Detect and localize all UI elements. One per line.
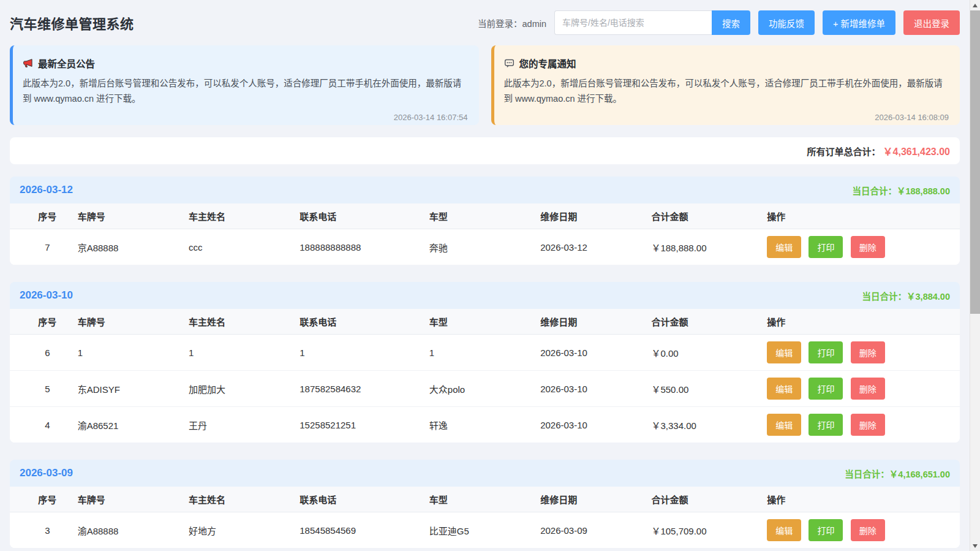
column-header: 联系电话 — [300, 493, 429, 506]
cell-seq: 7 — [22, 242, 78, 253]
column-header: 车型 — [429, 493, 540, 506]
table-body: 6 1 1 1 1 2026-03-10 ￥0.00 编辑 打印 删除 5 东A… — [10, 335, 960, 443]
delete-button[interactable]: 删除 — [851, 236, 885, 258]
table-row: 6 1 1 1 1 2026-03-10 ￥0.00 编辑 打印 删除 — [10, 335, 960, 371]
day-header: 2026-03-12 当日合计：￥188,888.00 — [10, 177, 960, 203]
current-login: 当前登录：admin — [478, 17, 546, 29]
daily-total: 当日合计：￥3,884.00 — [862, 289, 950, 302]
announcement-timestamp: 2026-03-14 16:07:54 — [23, 113, 468, 122]
daily-total: 当日合计：￥188,888.00 — [852, 184, 950, 197]
scroll-down-arrow-icon[interactable] — [970, 541, 980, 551]
column-header: 序号 — [22, 315, 78, 328]
cell-actions: 编辑 打印 删除 — [767, 341, 948, 363]
table-row: 7 京A88888 ccc 188888888888 奔驰 2026-03-12… — [10, 229, 960, 265]
current-login-label: 当前登录： — [478, 19, 522, 29]
cell-date: 2026-03-09 — [540, 525, 651, 536]
print-button[interactable]: 打印 — [809, 414, 843, 436]
delete-button[interactable]: 删除 — [851, 414, 885, 436]
vertical-scrollbar[interactable] — [970, 0, 980, 551]
cell-date: 2026-03-10 — [540, 384, 651, 394]
column-header: 车型 — [429, 210, 540, 222]
cell-actions: 编辑 打印 删除 — [767, 519, 948, 541]
column-header: 车型 — [429, 315, 540, 328]
edit-button[interactable]: 编辑 — [767, 378, 801, 400]
personal-notice-title-row: 您的专属通知 — [504, 56, 949, 70]
scrollbar-thumb[interactable] — [970, 10, 980, 314]
delete-button[interactable]: 删除 — [851, 519, 885, 541]
cell-amount: ￥188,888.00 — [651, 241, 767, 254]
print-button[interactable]: 打印 — [809, 519, 843, 541]
personal-notice-card: 您的专属通知 此版本为2.0，新增后台账号管理和公告发布，可以私发个人账号，适合… — [491, 45, 960, 125]
day-date: 2026-03-12 — [20, 184, 73, 196]
cell-model: 1 — [429, 348, 540, 358]
cell-actions: 编辑 打印 删除 — [767, 378, 948, 400]
cell-phone: 188888888888 — [300, 242, 429, 253]
logout-button[interactable]: 退出登录 — [903, 10, 960, 35]
cell-model: 大众polo — [429, 382, 540, 395]
cell-actions: 编辑 打印 删除 — [767, 236, 948, 258]
cell-amount: ￥105,709.00 — [651, 524, 767, 537]
cell-date: 2026-03-10 — [540, 348, 651, 358]
page-title: 汽车维修单管理系统 — [10, 13, 134, 32]
column-header: 操作 — [767, 210, 948, 222]
cell-date: 2026-03-10 — [540, 420, 651, 430]
cell-model: 奔驰 — [429, 241, 540, 254]
top-bar: 汽车维修单管理系统 当前登录：admin 搜索 功能反馈 + 新增维修单 退出登… — [10, 0, 960, 45]
day-header: 2026-03-09 当日合计：￥4,168,651.00 — [10, 460, 960, 487]
column-header: 合计金额 — [651, 493, 767, 506]
delete-button[interactable]: 删除 — [851, 341, 885, 363]
cell-owner: ccc — [189, 242, 300, 253]
cell-seq: 5 — [22, 384, 78, 394]
cell-plate: 渝A86521 — [78, 419, 189, 431]
table-header-row: 序号车牌号车主姓名联系电话车型维修日期合计金额操作 — [10, 309, 960, 335]
edit-button[interactable]: 编辑 — [767, 519, 801, 541]
day-section: 2026-03-10 当日合计：￥3,884.00 序号车牌号车主姓名联系电话车… — [10, 282, 960, 443]
day-date: 2026-03-10 — [20, 289, 73, 302]
cell-plate: 东ADISYF — [78, 382, 189, 395]
cell-model: 比亚迪G5 — [429, 524, 540, 537]
announcement-title: 最新全员公告 — [38, 56, 95, 70]
cell-amount: ￥3,334.00 — [651, 419, 767, 431]
day-table: 序号车牌号车主姓名联系电话车型维修日期合计金额操作 3 渝A88888 好地方 … — [10, 487, 960, 548]
current-user: admin — [522, 19, 547, 29]
edit-button[interactable]: 编辑 — [767, 236, 801, 258]
feedback-button[interactable]: 功能反馈 — [758, 10, 815, 35]
delete-button[interactable]: 删除 — [851, 378, 885, 400]
column-header: 序号 — [22, 493, 78, 506]
cell-amount: ￥550.00 — [651, 382, 767, 395]
page: 汽车维修单管理系统 当前登录：admin 搜索 功能反馈 + 新增维修单 退出登… — [0, 0, 980, 551]
print-button[interactable]: 打印 — [809, 341, 843, 363]
cell-seq: 6 — [22, 348, 78, 358]
day-date: 2026-03-09 — [20, 467, 73, 479]
column-header: 车主姓名 — [189, 210, 300, 222]
print-button[interactable]: 打印 — [809, 378, 843, 400]
scroll-up-arrow-icon[interactable] — [970, 0, 980, 10]
add-repair-order-button[interactable]: + 新增维修单 — [823, 10, 895, 35]
column-header: 合计金额 — [651, 315, 767, 328]
announcement-body: 此版本为2.0，新增后台账号管理和公告发布，可以私发个人账号，适合修理厂员工带手… — [23, 76, 468, 107]
table-row: 4 渝A86521 王丹 15258521251 轩逸 2026-03-10 ￥… — [10, 407, 960, 443]
day-header: 2026-03-10 当日合计：￥3,884.00 — [10, 282, 960, 309]
search-input[interactable] — [554, 10, 712, 35]
cell-seq: 3 — [22, 525, 78, 536]
column-header: 操作 — [767, 315, 948, 328]
column-header: 车主姓名 — [189, 493, 300, 506]
cell-phone: 18545854569 — [300, 525, 429, 536]
edit-button[interactable]: 编辑 — [767, 414, 801, 436]
personal-notice-title: 您的专属通知 — [519, 56, 576, 70]
search-button[interactable]: 搜索 — [712, 10, 750, 35]
column-header: 序号 — [22, 210, 78, 222]
cell-owner: 1 — [189, 348, 300, 358]
edit-button[interactable]: 编辑 — [767, 341, 801, 363]
column-header: 合计金额 — [651, 210, 767, 222]
column-header: 维修日期 — [540, 493, 651, 506]
cell-amount: ￥0.00 — [651, 346, 767, 359]
day-section: 2026-03-12 当日合计：￥188,888.00 序号车牌号车主姓名联系电… — [10, 177, 960, 265]
column-header: 车牌号 — [78, 315, 189, 328]
cell-phone: 187582584632 — [300, 384, 429, 394]
print-button[interactable]: 打印 — [809, 236, 843, 258]
cell-seq: 4 — [22, 420, 78, 430]
column-header: 维修日期 — [540, 210, 651, 222]
day-section: 2026-03-09 当日合计：￥4,168,651.00 序号车牌号车主姓名联… — [10, 460, 960, 548]
cell-phone: 1 — [300, 348, 429, 358]
